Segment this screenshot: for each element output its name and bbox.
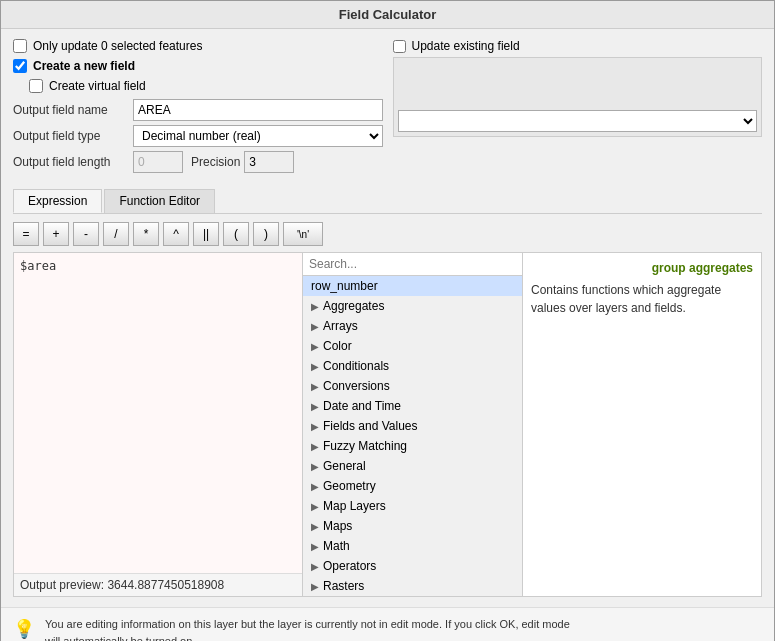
info-description: Contains functions which aggregate value…	[531, 281, 753, 317]
expression-panel: $area Output preview: 3644.8877450518908	[13, 252, 303, 597]
plus-button[interactable]: +	[43, 222, 69, 246]
list-item[interactable]: ▶ General	[303, 456, 522, 476]
three-panel: $area Output preview: 3644.8877450518908…	[13, 252, 762, 597]
field-calculator-dialog: Field Calculator Only update 0 selected …	[0, 0, 775, 641]
list-item[interactable]: ▶ Rasters	[303, 576, 522, 596]
newline-button[interactable]: '\n'	[283, 222, 323, 246]
power-button[interactable]: ^	[163, 222, 189, 246]
minus-button[interactable]: -	[73, 222, 99, 246]
function-list-panel: row_number ▶ Aggregates ▶ Arrays	[303, 252, 523, 597]
update-existing-checkbox[interactable]	[393, 40, 406, 53]
list-item[interactable]: ▶ Conversions	[303, 376, 522, 396]
concat-button[interactable]: ||	[193, 222, 219, 246]
output-field-type-label: Output field type	[13, 129, 133, 143]
title-bar: Field Calculator	[1, 1, 774, 29]
close-paren-button[interactable]: )	[253, 222, 279, 246]
output-field-name-input[interactable]	[133, 99, 383, 121]
equals-button[interactable]: =	[13, 222, 39, 246]
update-existing-label: Update existing field	[412, 39, 520, 53]
multiply-button[interactable]: *	[133, 222, 159, 246]
list-item[interactable]: ▶ Math	[303, 536, 522, 556]
only-update-checkbox[interactable]	[13, 39, 27, 53]
tab-bar: Expression Function Editor	[13, 189, 762, 214]
list-item[interactable]: ▶ Fuzzy Matching	[303, 436, 522, 456]
update-existing-box	[393, 57, 763, 137]
list-item[interactable]: row_number	[303, 276, 522, 296]
divide-button[interactable]: /	[103, 222, 129, 246]
only-update-label: Only update 0 selected features	[33, 39, 202, 53]
create-virtual-field-checkbox[interactable]	[29, 79, 43, 93]
info-panel: group aggregates Contains functions whic…	[523, 252, 762, 597]
update-existing-dropdown[interactable]	[398, 110, 758, 132]
open-paren-button[interactable]: (	[223, 222, 249, 246]
create-new-field-label: Create a new field	[33, 59, 135, 73]
output-field-length-input[interactable]	[133, 151, 183, 173]
list-item[interactable]: ▶ Color	[303, 336, 522, 356]
list-item[interactable]: ▶ Fields and Values	[303, 416, 522, 436]
search-input[interactable]	[303, 253, 522, 276]
expression-toolbar: = + - / * ^ || ( ) '\n'	[13, 222, 762, 246]
function-list: row_number ▶ Aggregates ▶ Arrays	[303, 276, 522, 596]
output-field-name-label: Output field name	[13, 103, 133, 117]
create-new-field-checkbox[interactable]	[13, 59, 27, 73]
info-title: group aggregates	[531, 261, 753, 275]
create-virtual-field-label: Create virtual field	[49, 79, 146, 93]
list-item[interactable]: ▶ Geometry	[303, 476, 522, 496]
list-item[interactable]: ▶ Aggregates	[303, 296, 522, 316]
list-item[interactable]: ▶ Operators	[303, 556, 522, 576]
expression-textarea[interactable]: $area	[14, 253, 302, 573]
tab-function-editor[interactable]: Function Editor	[104, 189, 215, 213]
list-item[interactable]: ▶ Arrays	[303, 316, 522, 336]
output-field-type-select[interactable]: Decimal number (real)	[133, 125, 383, 147]
list-item[interactable]: ▶ Conditionals	[303, 356, 522, 376]
tab-expression[interactable]: Expression	[13, 189, 102, 213]
precision-label: Precision	[191, 155, 240, 169]
list-item[interactable]: ▶ Maps	[303, 516, 522, 536]
dialog-title: Field Calculator	[339, 7, 437, 22]
list-item[interactable]: ▶ Date and Time	[303, 396, 522, 416]
output-field-length-label: Output field length	[13, 155, 133, 169]
bottom-message: 💡 You are editing information on this la…	[1, 607, 774, 641]
lightbulb-icon: 💡	[13, 618, 35, 640]
precision-input[interactable]	[244, 151, 294, 173]
message-text: You are editing information on this laye…	[45, 616, 570, 641]
list-item[interactable]: ▶ Map Layers	[303, 496, 522, 516]
output-preview: Output preview: 3644.8877450518908	[14, 573, 302, 596]
